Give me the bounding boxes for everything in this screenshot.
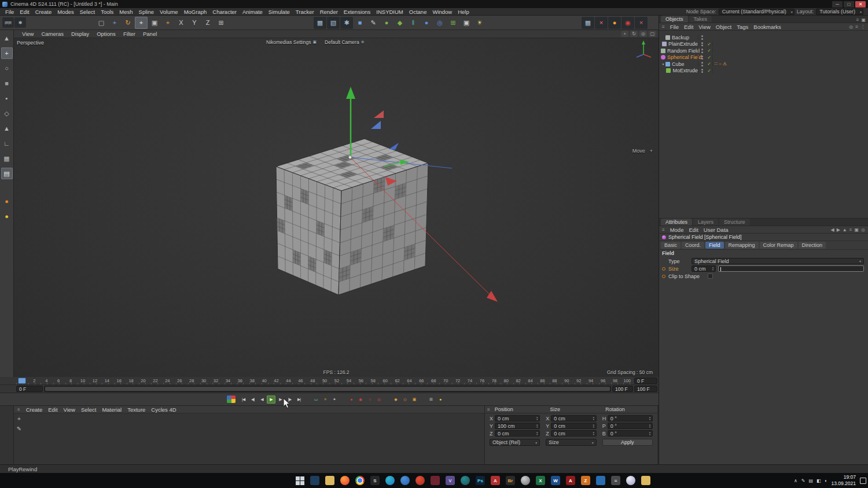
render-visibility-dot[interactable]	[701, 38, 703, 40]
attributes-up-icon[interactable]: ▲	[843, 227, 847, 232]
object-name[interactable]: PlainExtrude	[668, 41, 698, 47]
frame-tick-72[interactable]: 72	[452, 378, 464, 383]
app-dark-teal[interactable]	[458, 473, 473, 488]
prev-key[interactable]: ◀|	[248, 395, 257, 404]
record-scale[interactable]: ○	[365, 395, 374, 404]
render-visibility-dot[interactable]	[701, 65, 703, 66]
menu-edit[interactable]: Edit	[17, 9, 32, 15]
frame-tick-68[interactable]: 68	[428, 378, 440, 383]
menu-help[interactable]: Help	[455, 9, 472, 15]
frame-tick-86[interactable]: 86	[536, 378, 549, 383]
menu-octane[interactable]: Octane	[406, 9, 430, 15]
enabled-checkmark-icon[interactable]: ✓	[706, 68, 713, 73]
tray-network-icon[interactable]: ◧	[816, 478, 821, 483]
frame-tick-84[interactable]: 84	[524, 378, 536, 383]
irr-window[interactable]: ▦	[582, 17, 594, 29]
object-row-backup[interactable]: Backup	[659, 34, 868, 41]
material-menu-material[interactable]: Material	[102, 406, 122, 413]
objects-menu-file[interactable]: File	[670, 24, 679, 30]
lock-z-axis[interactable]: Z	[201, 17, 214, 29]
objects-options-icon[interactable]: ⋮	[860, 24, 865, 29]
objects-search-icon[interactable]: ◎	[849, 24, 853, 29]
add-tool[interactable]: +	[161, 17, 174, 29]
editor-visibility-dot[interactable]	[701, 49, 703, 50]
polygons-mode[interactable]: ▲	[1, 123, 13, 134]
timeline-playhead[interactable]	[18, 378, 26, 384]
clip-to-shape-checkbox[interactable]	[708, 273, 713, 279]
app-orange[interactable]: Z	[578, 473, 593, 488]
current-frame-field[interactable]: 0 F	[634, 378, 657, 384]
coord-field-rotation-b[interactable]: 0 °▲▼	[608, 430, 653, 437]
irr-button[interactable]: IRR	[2, 17, 14, 28]
frame-tick-38[interactable]: 38	[246, 378, 258, 383]
section-tab-direction[interactable]: Direction	[799, 242, 826, 249]
material-menu-create[interactable]: Create	[26, 406, 43, 413]
spinner-icon[interactable]: ▲▼	[593, 424, 595, 427]
frame-tick-40[interactable]: 40	[258, 378, 270, 383]
app-blue[interactable]	[593, 473, 608, 488]
goto-start[interactable]: |◀	[239, 395, 248, 404]
frame-tick-94[interactable]: 94	[585, 378, 597, 383]
render-visibility-dot[interactable]	[701, 58, 703, 60]
visibility-dots[interactable]	[698, 49, 706, 53]
minimize-button[interactable]: ─	[832, 1, 843, 8]
tag-dots-icon[interactable]: ∷	[715, 61, 718, 66]
frame-tick-96[interactable]: 96	[597, 378, 609, 383]
scene-3d-cube[interactable]	[14, 38, 659, 377]
symmetry[interactable]: ‖	[407, 17, 420, 29]
burger-icon[interactable]: ≡	[662, 227, 665, 232]
menu-window[interactable]: Window	[429, 9, 455, 15]
generators[interactable]: ◆	[393, 17, 406, 29]
tag-cross-icon[interactable]: ×	[719, 61, 722, 66]
frame-tick-28[interactable]: 28	[186, 378, 198, 383]
keyframe-remove[interactable]: ◇	[400, 395, 409, 404]
viewport-menu-options[interactable]: Options	[97, 31, 116, 37]
frame-tick-54[interactable]: 54	[343, 378, 355, 383]
render-visibility-dot[interactable]	[701, 71, 703, 73]
simulation-sphere[interactable]: ●	[436, 395, 444, 404]
rotate-ring[interactable]: ○	[1, 62, 13, 74]
viewport-canvas[interactable]: Perspective Nikomedias Settings▣Default …	[14, 38, 659, 377]
record-position[interactable]: ◉	[356, 395, 365, 404]
rotate-tool[interactable]: ↻	[122, 17, 134, 29]
pointer-tool[interactable]: ▲	[1, 32, 13, 44]
maximize-button[interactable]: □	[844, 1, 854, 8]
tab-takes[interactable]: Takes	[689, 16, 712, 23]
material-sphere[interactable]: ●	[1, 195, 13, 207]
maximize-view-icon[interactable]: ▢	[649, 31, 656, 37]
frame-tick-22[interactable]: 22	[149, 378, 161, 383]
move-tool[interactable]: +	[108, 17, 121, 29]
object-row-cube[interactable]: ▼Cube✓∷×⚠	[659, 61, 868, 68]
viewport-menu-view[interactable]: View	[22, 31, 34, 37]
frame-tick-46[interactable]: 46	[295, 378, 307, 383]
object-manager-tree[interactable]: BackupPlainExtrude✓Random Field✓Spherica…	[659, 31, 868, 219]
frame-tick-56[interactable]: 56	[355, 378, 367, 383]
frame-tick-10[interactable]: 10	[77, 378, 89, 383]
keyframe-add[interactable]: ◆	[391, 395, 400, 404]
range-end-field[interactable]: 100 F	[612, 386, 633, 392]
spinner-icon[interactable]: ▲▼	[536, 424, 538, 427]
live-selection-tool[interactable]: ▢	[95, 17, 108, 29]
menu-modes[interactable]: Modes	[54, 9, 77, 15]
menu-create[interactable]: Create	[32, 9, 55, 15]
menu-render[interactable]: Render	[317, 9, 341, 15]
timeline-ticks[interactable]: 0246810121416182022242628303234363840424…	[16, 377, 633, 385]
frame-tick-16[interactable]: 16	[113, 378, 125, 383]
firefox[interactable]	[337, 473, 352, 488]
objects-menu-view[interactable]: View	[698, 24, 710, 30]
app-monitor[interactable]	[307, 473, 322, 488]
settings-gear-icon[interactable]: ✱	[14, 17, 26, 28]
zoom-view-icon[interactable]: ◎	[639, 31, 647, 37]
frame-tick-20[interactable]: 20	[137, 378, 149, 383]
menu-select[interactable]: Select	[77, 9, 98, 15]
tab-structure[interactable]: Structure	[719, 219, 750, 225]
frame-tick-60[interactable]: 60	[379, 378, 391, 383]
spinner-icon[interactable]: ▲▼	[649, 431, 651, 435]
material-menu-select[interactable]: Select	[81, 406, 96, 413]
section-tab-remapping[interactable]: Remapping	[725, 242, 759, 249]
frame-tick-18[interactable]: 18	[125, 378, 137, 383]
section-tab-field[interactable]: Field	[705, 242, 724, 249]
fields[interactable]: ◎	[433, 17, 446, 29]
tab-layers[interactable]: Layers	[693, 219, 718, 225]
object-name[interactable]: Backup	[672, 35, 689, 40]
